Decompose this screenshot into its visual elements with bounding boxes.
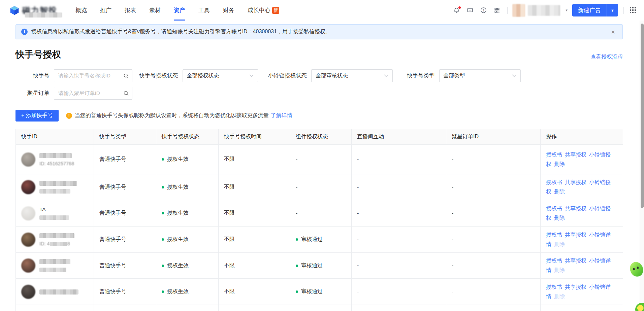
bell-status-select[interactable]: 全部审核状态 <box>311 69 393 82</box>
warning-icon: ! <box>66 113 72 119</box>
account-id-text: ID: 4 <box>39 241 50 246</box>
redacted-block <box>39 233 74 238</box>
bell-icon[interactable] <box>453 7 460 14</box>
create-ad-button[interactable]: 新建广告 <box>572 4 607 16</box>
actions-cell: 授权书共享授权小铃铛详情删除 <box>541 279 623 305</box>
auth-time-cell: 不限 <box>219 174 290 200</box>
action-link-删除[interactable]: 删除 <box>554 189 565 195</box>
table-row <box>16 305 623 311</box>
action-link-授权书[interactable]: 授权书 <box>546 179 562 185</box>
nav-item-4[interactable]: 资产 <box>172 0 187 21</box>
column-header-6: 聚星订单ID <box>446 129 541 145</box>
action-link-删除[interactable]: 删除 <box>554 215 565 221</box>
action-link-共享授权[interactable]: 共享授权 <box>565 206 586 211</box>
chevron-down-icon <box>512 74 516 77</box>
actions-cell: 授权书共享授权小铃铛详情删除 <box>541 253 623 279</box>
nav-item-7[interactable]: 成长中心新 <box>246 0 281 21</box>
account-name: TA <box>39 206 46 212</box>
action-link-删除: 删除 <box>554 293 565 299</box>
account-type-cell: 普通快手号 <box>94 227 156 253</box>
action-link-共享授权[interactable]: 共享授权 <box>565 179 586 185</box>
auth-status-select[interactable]: 全部授权状态 <box>183 69 258 82</box>
action-link-授权书[interactable]: 授权书 <box>546 284 562 290</box>
auth-time-cell: 不限 <box>219 145 290 174</box>
star-order-search-input[interactable] <box>54 87 120 100</box>
apps-grid-icon[interactable] <box>630 7 637 14</box>
nav-item-2[interactable]: 报表 <box>123 0 138 21</box>
chevron-down-icon <box>249 74 254 77</box>
account-cell <box>16 305 94 311</box>
user-menu-caret-icon[interactable]: ▾ <box>566 8 568 12</box>
redacted-block <box>39 259 70 264</box>
nav-item-5[interactable]: 工具 <box>196 0 212 21</box>
chevron-down-icon <box>384 74 388 77</box>
nav-item-3[interactable]: 素材 <box>147 0 163 21</box>
action-link-授权书[interactable]: 授权书 <box>546 258 562 264</box>
redacted-block <box>39 215 69 220</box>
actions-cell: 授权书共享授权小铃铛授权删除 <box>541 145 623 174</box>
account-type-cell: 普通快手号 <box>94 145 156 174</box>
action-link-授权书[interactable]: 授权书 <box>546 152 562 158</box>
svg-text:?: ? <box>483 8 484 12</box>
star-order-id-cell: - <box>446 174 541 200</box>
create-ad-dropdown-icon[interactable]: ▼ <box>607 4 618 16</box>
navbar-divider-2 <box>623 7 624 14</box>
action-link-授权书[interactable]: 授权书 <box>546 232 562 238</box>
action-link-授权书[interactable]: 授权书 <box>546 206 562 211</box>
nav-item-1[interactable]: 推广 <box>98 0 114 21</box>
create-ad-split-button: 新建广告 ▼ <box>572 4 618 16</box>
account-avatar <box>21 285 35 299</box>
component-status-cell: - <box>290 145 352 174</box>
account-avatar <box>21 206 35 220</box>
corner-floating-widget[interactable] <box>635 303 644 311</box>
nav-item-0[interactable]: 概览 <box>73 0 89 21</box>
help-icon[interactable]: ? <box>480 7 487 14</box>
account-avatar <box>21 152 35 167</box>
add-account-button[interactable]: + 添加快手号 <box>15 110 59 122</box>
account-cell <box>16 253 94 279</box>
learn-more-link[interactable]: 了解详情 <box>271 112 292 119</box>
star-order-id-cell: - <box>446 145 541 174</box>
redacted-block <box>50 242 67 246</box>
table-row: ID: 48普通快手号授权生效不限审核通过--授权书共享授权小铃铛详情删除 <box>16 227 623 253</box>
column-header-2: 快手号授权状态 <box>156 129 219 145</box>
auth-status-cell: 授权生效 <box>156 200 219 227</box>
bell-status-filter-label: 小铃铛授权状态 <box>268 72 307 79</box>
column-header-4: 组件授权状态 <box>290 129 352 145</box>
live-interaction-cell <box>352 305 446 311</box>
account-type-cell <box>94 305 156 311</box>
auth-time-cell: 不限 <box>219 227 290 253</box>
qrcode-icon[interactable] <box>493 7 501 14</box>
live-interaction-cell: - <box>352 253 446 279</box>
column-header-3: 快手号授权时间 <box>219 129 290 145</box>
nav-item-6[interactable]: 财务 <box>221 0 236 21</box>
status-dot <box>162 265 164 267</box>
action-link-共享授权[interactable]: 共享授权 <box>565 258 586 264</box>
action-link-共享授权[interactable]: 共享授权 <box>565 152 586 158</box>
filter-panel: 快手号 快手号授权状态 全部授权状态 小铃铛授权状态 全部审核状态 快手号类型 … <box>15 69 623 100</box>
banner-close-icon[interactable]: × <box>611 29 615 35</box>
message-icon[interactable] <box>466 7 474 14</box>
component-status-cell: 审核通过 <box>290 253 352 279</box>
page-title: 快手号授权 <box>15 48 61 61</box>
action-link-删除[interactable]: 删除 <box>554 161 565 167</box>
account-filter-label: 快手号 <box>15 72 50 79</box>
action-link-共享授权[interactable]: 共享授权 <box>565 284 586 290</box>
account-search-button[interactable] <box>120 69 132 82</box>
star-order-id-cell: - <box>446 200 541 227</box>
table-row: 普通快手号授权生效不限---授权书共享授权小铃铛授权删除 <box>16 174 623 200</box>
account-type-cell: 普通快手号 <box>94 200 156 227</box>
account-type-select[interactable]: 全部类型 <box>439 69 521 82</box>
account-cell: ID: 48 <box>16 227 94 253</box>
account-search-input[interactable] <box>54 69 120 82</box>
account-avatar <box>21 180 35 194</box>
star-order-search-button[interactable] <box>120 87 132 100</box>
view-auth-flow-link[interactable]: 查看授权流程 <box>590 54 623 61</box>
new-badge: 新 <box>272 7 279 14</box>
action-link-共享授权[interactable]: 共享授权 <box>565 232 586 238</box>
account-type-cell: 普通快手号 <box>94 253 156 279</box>
status-dot <box>162 212 164 214</box>
scrollbar-thumb[interactable] <box>641 24 644 208</box>
user-avatar[interactable] <box>512 4 525 17</box>
brand-logo[interactable]: 磁力智投 <box>9 5 73 16</box>
